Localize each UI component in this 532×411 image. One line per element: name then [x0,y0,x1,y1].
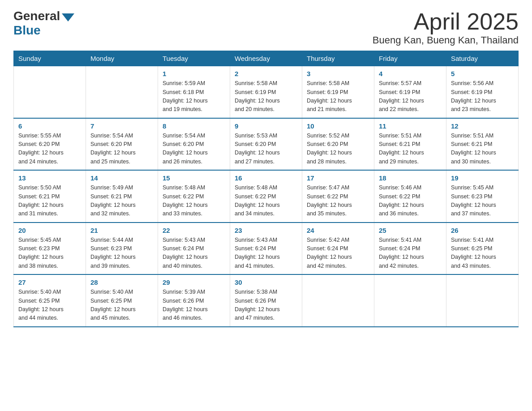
calendar-cell: 14Sunrise: 5:49 AMSunset: 6:21 PMDayligh… [86,170,158,223]
day-info: Sunrise: 5:53 AMSunset: 6:20 PMDaylight:… [235,132,297,167]
day-info: Sunrise: 5:44 AMSunset: 6:23 PMDaylight:… [90,236,153,271]
calendar-cell: 26Sunrise: 5:41 AMSunset: 6:25 PMDayligh… [446,223,519,275]
day-info: Sunrise: 5:51 AMSunset: 6:21 PMDaylight:… [379,132,442,167]
calendar-cell: 19Sunrise: 5:45 AMSunset: 6:23 PMDayligh… [446,170,519,223]
day-info: Sunrise: 5:47 AMSunset: 6:22 PMDaylight:… [307,184,369,218]
day-info: Sunrise: 5:49 AMSunset: 6:21 PMDaylight:… [90,184,153,218]
day-info: Sunrise: 5:38 AMSunset: 6:26 PMDaylight:… [235,288,297,323]
day-info: Sunrise: 5:58 AMSunset: 6:19 PMDaylight:… [307,79,369,114]
day-info: Sunrise: 5:56 AMSunset: 6:19 PMDaylight:… [451,79,514,114]
day-info: Sunrise: 5:55 AMSunset: 6:20 PMDaylight:… [18,132,81,167]
weekday-header-tuesday: Tuesday [158,51,230,66]
weekday-header-monday: Monday [86,51,158,66]
calendar-cell: 2Sunrise: 5:58 AMSunset: 6:19 PMDaylight… [230,66,302,118]
logo: General Blue [13,9,74,38]
day-number: 12 [451,122,514,130]
title-block: April 2025 Bueng Kan, Bueng Kan, Thailan… [373,9,519,46]
day-number: 6 [18,122,81,130]
calendar-cell: 11Sunrise: 5:51 AMSunset: 6:21 PMDayligh… [374,118,446,171]
day-info: Sunrise: 5:54 AMSunset: 6:20 PMDaylight:… [163,132,225,167]
day-number: 9 [235,122,297,130]
day-info: Sunrise: 5:41 AMSunset: 6:25 PMDaylight:… [451,236,514,271]
weekday-header-thursday: Thursday [302,51,374,66]
calendar-cell: 16Sunrise: 5:48 AMSunset: 6:22 PMDayligh… [230,170,302,223]
day-info: Sunrise: 5:39 AMSunset: 6:26 PMDaylight:… [163,288,225,323]
calendar-cell: 9Sunrise: 5:53 AMSunset: 6:20 PMDaylight… [230,118,302,171]
weekday-header-saturday: Saturday [446,51,519,66]
day-info: Sunrise: 5:43 AMSunset: 6:24 PMDaylight:… [235,236,297,271]
day-info: Sunrise: 5:43 AMSunset: 6:24 PMDaylight:… [163,236,225,271]
calendar-cell: 15Sunrise: 5:48 AMSunset: 6:22 PMDayligh… [158,170,230,223]
day-number: 15 [163,174,225,182]
calendar-cell: 7Sunrise: 5:54 AMSunset: 6:20 PMDaylight… [86,118,158,171]
day-number: 10 [307,122,369,130]
calendar-cell: 24Sunrise: 5:42 AMSunset: 6:24 PMDayligh… [302,223,374,275]
weekday-header-friday: Friday [374,51,446,66]
calendar-cell: 18Sunrise: 5:46 AMSunset: 6:22 PMDayligh… [374,170,446,223]
day-number: 3 [307,70,369,77]
week-row-2: 6Sunrise: 5:55 AMSunset: 6:20 PMDaylight… [14,118,519,171]
day-number: 24 [307,227,369,234]
calendar-cell: 12Sunrise: 5:51 AMSunset: 6:21 PMDayligh… [446,118,519,171]
day-number: 1 [163,70,225,77]
day-number: 23 [235,227,297,234]
day-number: 11 [379,122,442,130]
calendar-cell [302,274,374,327]
calendar-cell: 20Sunrise: 5:45 AMSunset: 6:23 PMDayligh… [14,223,86,275]
day-number: 25 [379,227,442,234]
day-number: 30 [235,278,297,286]
calendar-cell: 29Sunrise: 5:39 AMSunset: 6:26 PMDayligh… [158,274,230,327]
day-info: Sunrise: 5:52 AMSunset: 6:20 PMDaylight:… [307,132,369,167]
day-info: Sunrise: 5:57 AMSunset: 6:19 PMDaylight:… [379,79,442,114]
calendar-cell: 1Sunrise: 5:59 AMSunset: 6:18 PMDaylight… [158,66,230,118]
calendar-cell: 28Sunrise: 5:40 AMSunset: 6:25 PMDayligh… [86,274,158,327]
day-number: 16 [235,174,297,182]
day-info: Sunrise: 5:45 AMSunset: 6:23 PMDaylight:… [18,236,81,271]
day-info: Sunrise: 5:59 AMSunset: 6:18 PMDaylight:… [163,79,225,114]
weekday-header-sunday: Sunday [14,51,86,66]
logo-general-text: General [13,9,60,23]
day-number: 19 [451,174,514,182]
day-info: Sunrise: 5:51 AMSunset: 6:21 PMDaylight:… [451,132,514,167]
calendar-cell: 30Sunrise: 5:38 AMSunset: 6:26 PMDayligh… [230,274,302,327]
day-number: 20 [18,227,81,234]
day-info: Sunrise: 5:48 AMSunset: 6:22 PMDaylight:… [163,184,225,218]
calendar-cell [446,274,519,327]
calendar-cell: 17Sunrise: 5:47 AMSunset: 6:22 PMDayligh… [302,170,374,223]
day-info: Sunrise: 5:45 AMSunset: 6:23 PMDaylight:… [451,184,514,218]
page-header: General Blue April 2025 Bueng Kan, Bueng… [13,9,519,46]
calendar-cell: 23Sunrise: 5:43 AMSunset: 6:24 PMDayligh… [230,223,302,275]
day-info: Sunrise: 5:50 AMSunset: 6:21 PMDaylight:… [18,184,81,218]
day-number: 17 [307,174,369,182]
day-number: 4 [379,70,442,77]
calendar-cell: 21Sunrise: 5:44 AMSunset: 6:23 PMDayligh… [86,223,158,275]
logo-blue-text: Blue [13,23,41,38]
day-number: 27 [18,278,81,286]
day-number: 18 [379,174,442,182]
day-number: 22 [163,227,225,234]
calendar-cell: 5Sunrise: 5:56 AMSunset: 6:19 PMDaylight… [446,66,519,118]
calendar-cell: 3Sunrise: 5:58 AMSunset: 6:19 PMDaylight… [302,66,374,118]
calendar-title: April 2025 [373,9,519,34]
day-info: Sunrise: 5:46 AMSunset: 6:22 PMDaylight:… [379,184,442,218]
weekday-header-wednesday: Wednesday [230,51,302,66]
day-number: 8 [163,122,225,130]
calendar-subtitle: Bueng Kan, Bueng Kan, Thailand [373,34,519,46]
logo-arrow-icon [62,13,74,21]
day-number: 14 [90,174,153,182]
calendar-cell: 25Sunrise: 5:41 AMSunset: 6:24 PMDayligh… [374,223,446,275]
week-row-4: 20Sunrise: 5:45 AMSunset: 6:23 PMDayligh… [14,223,519,275]
day-info: Sunrise: 5:58 AMSunset: 6:19 PMDaylight:… [235,79,297,114]
day-number: 5 [451,70,514,77]
calendar-cell: 8Sunrise: 5:54 AMSunset: 6:20 PMDaylight… [158,118,230,171]
day-number: 21 [90,227,153,234]
day-info: Sunrise: 5:48 AMSunset: 6:22 PMDaylight:… [235,184,297,218]
calendar-cell [86,66,158,118]
day-info: Sunrise: 5:54 AMSunset: 6:20 PMDaylight:… [90,132,153,167]
day-number: 28 [90,278,153,286]
day-info: Sunrise: 5:41 AMSunset: 6:24 PMDaylight:… [379,236,442,271]
week-row-1: 1Sunrise: 5:59 AMSunset: 6:18 PMDaylight… [14,66,519,118]
day-number: 2 [235,70,297,77]
day-info: Sunrise: 5:42 AMSunset: 6:24 PMDaylight:… [307,236,369,271]
calendar-cell [374,274,446,327]
